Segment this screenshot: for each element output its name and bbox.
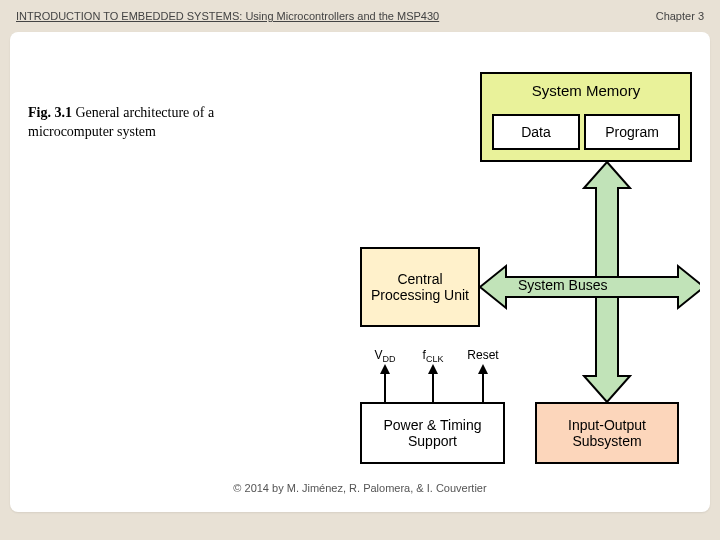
system-memory-title: System Memory <box>482 82 690 99</box>
signal-fclk: fCLK <box>414 348 452 364</box>
book-title: INTRODUCTION TO EMBEDDED SYSTEMS: Using … <box>16 10 439 22</box>
copyright-footer: © 2014 by M. Jiménez, R. Palomera, & I. … <box>10 482 710 494</box>
svg-marker-7 <box>478 364 488 374</box>
slide-header: INTRODUCTION TO EMBEDDED SYSTEMS: Using … <box>16 10 704 22</box>
system-memory-block: System Memory Data Program <box>480 72 692 162</box>
chapter-label: Chapter 3 <box>656 10 704 22</box>
figure-caption: Fig. 3.1 General architecture of a micro… <box>28 104 248 142</box>
architecture-diagram: System Memory Data Program Central Proce… <box>300 62 700 472</box>
power-timing-block: Power & Timing Support <box>360 402 505 464</box>
cpu-block: Central Processing Unit <box>360 247 480 327</box>
slide-body: Fig. 3.1 General architecture of a micro… <box>10 32 710 512</box>
svg-marker-5 <box>428 364 438 374</box>
memory-data-block: Data <box>492 114 580 150</box>
memory-program-block: Program <box>584 114 680 150</box>
svg-marker-3 <box>380 364 390 374</box>
system-buses-label: System Buses <box>518 277 607 293</box>
signal-reset: Reset <box>460 348 506 362</box>
io-subsystem-block: Input-Output Subsystem <box>535 402 679 464</box>
signal-vdd: VDD <box>366 348 404 364</box>
figure-number: Fig. 3.1 <box>28 105 72 120</box>
